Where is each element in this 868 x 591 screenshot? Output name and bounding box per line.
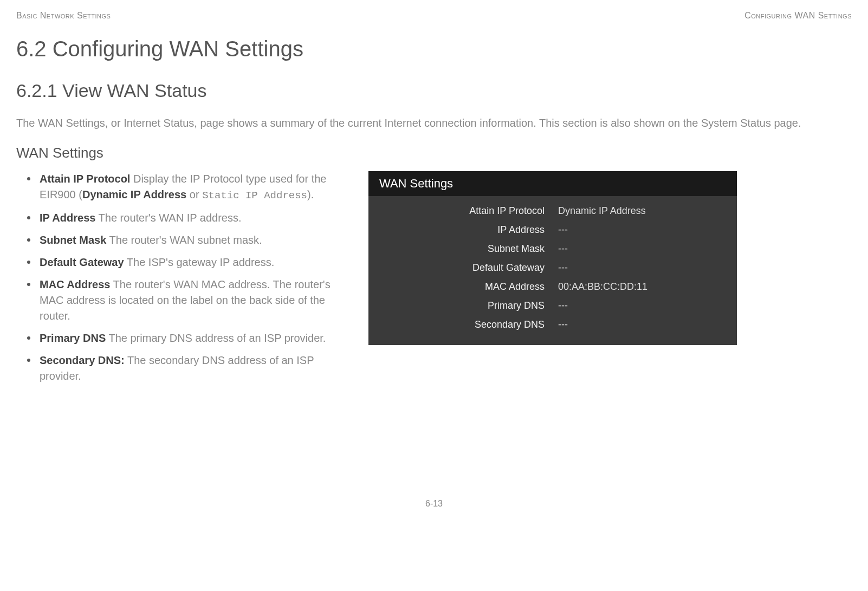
list-item: Primary DNS The primary DNS address of a… (30, 330, 352, 346)
wan-row-secondary-dns: Secondary DNS --- (379, 315, 726, 334)
term-default-gateway: Default Gateway (40, 256, 124, 268)
wan-label: Secondary DNS (379, 319, 558, 330)
wan-value: --- (558, 243, 726, 255)
wan-label: Subnet Mask (379, 243, 558, 255)
subsection-title: 6.2.1 View WAN Status (16, 80, 852, 101)
wan-row-attain-ip: Attain IP Protocol Dynamic IP Address (379, 202, 726, 220)
header-right: Configuring WAN Settings (744, 11, 852, 21)
desc-text: The router's WAN subnet mask. (106, 234, 262, 246)
wan-value: --- (558, 300, 726, 311)
wan-label: IP Address (379, 224, 558, 236)
list-item: Secondary DNS: The secondary DNS address… (30, 353, 352, 384)
list-item: Subnet Mask The router's WAN subnet mask… (30, 232, 352, 248)
wan-settings-panel: WAN Settings Attain IP Protocol Dynamic … (368, 171, 737, 345)
wan-label: Default Gateway (379, 262, 558, 274)
wan-value: --- (558, 262, 726, 274)
wan-value: --- (558, 224, 726, 236)
wan-value: --- (558, 319, 726, 330)
desc-text: The ISP's gateway IP address. (124, 256, 275, 268)
wan-value: Dynamic IP Address (558, 205, 726, 217)
wan-row-mac-address: MAC Address 00:AA:BB:CC:DD:11 (379, 277, 726, 296)
wan-value: 00:AA:BB:CC:DD:11 (558, 281, 726, 293)
content-row: Attain IP Protocol Display the IP Protoc… (16, 171, 852, 391)
term-ip-address: IP Address (40, 212, 95, 224)
wan-settings-table: Attain IP Protocol Dynamic IP Address IP… (368, 196, 737, 337)
section-title: 6.2 Configuring WAN Settings (16, 37, 852, 61)
header-left: Basic Network Settings (16, 11, 111, 21)
intro-paragraph: The WAN Settings, or Internet Status, pa… (16, 115, 852, 131)
desc-bold: Dynamic IP Address (82, 189, 186, 200)
desc-mono: Static IP Address (202, 190, 307, 202)
wan-panel-title: WAN Settings (368, 171, 737, 196)
list-item: IP Address The router's WAN IP address. (30, 210, 352, 226)
desc-text: ). (307, 189, 314, 200)
desc-text: or (186, 189, 202, 200)
wan-label: Attain IP Protocol (379, 205, 558, 217)
term-secondary-dns: Secondary DNS: (40, 354, 125, 366)
desc-text: The router's WAN IP address. (95, 212, 241, 224)
wan-row-default-gateway: Default Gateway --- (379, 258, 726, 277)
page-number: 6-13 (16, 499, 852, 509)
term-mac-address: MAC Address (40, 278, 110, 290)
term-subnet-mask: Subnet Mask (40, 234, 106, 246)
screenshot-column: WAN Settings Attain IP Protocol Dynamic … (368, 171, 737, 345)
page-header: Basic Network Settings Configuring WAN S… (16, 11, 852, 21)
wan-row-ip-address: IP Address --- (379, 220, 726, 239)
term-primary-dns: Primary DNS (40, 332, 106, 344)
wan-row-subnet-mask: Subnet Mask --- (379, 239, 726, 258)
desc-text: The primary DNS address of an ISP provid… (106, 332, 326, 344)
term-attain-ip: Attain IP Protocol (40, 173, 130, 185)
list-item: MAC Address The router's WAN MAC address… (30, 277, 352, 324)
wan-label: MAC Address (379, 281, 558, 293)
list-item: Default Gateway The ISP's gateway IP add… (30, 255, 352, 270)
description-column: Attain IP Protocol Display the IP Protoc… (16, 171, 352, 391)
field-descriptions-list: Attain IP Protocol Display the IP Protoc… (16, 171, 352, 384)
list-item: Attain IP Protocol Display the IP Protoc… (30, 171, 352, 204)
wan-settings-heading: WAN Settings (16, 145, 852, 161)
wan-label: Primary DNS (379, 300, 558, 311)
wan-row-primary-dns: Primary DNS --- (379, 296, 726, 315)
